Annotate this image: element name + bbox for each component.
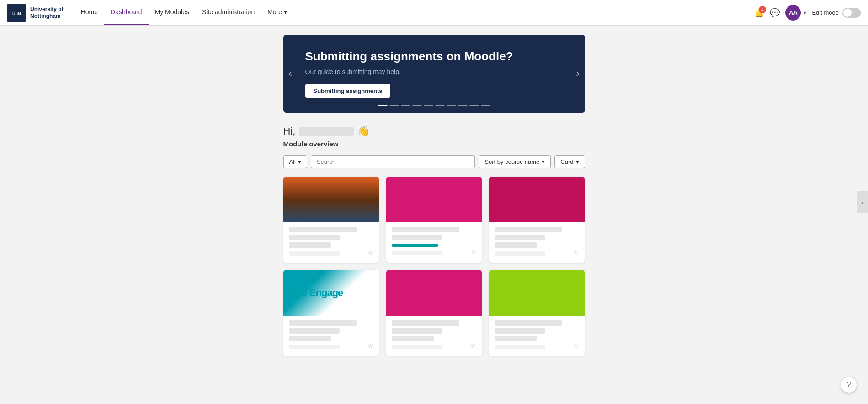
carousel-next-button[interactable]: › — [576, 68, 579, 80]
card-image-5 — [386, 270, 482, 316]
course-card-5[interactable]: ☆ — [386, 270, 482, 356]
card-star-button-2[interactable]: ☆ — [470, 248, 476, 256]
card-body-4: ☆ — [283, 316, 379, 356]
chevron-down-icon: ▾ — [284, 8, 287, 16]
section-title: Module overview — [283, 140, 585, 148]
card-progress-bar-2 — [392, 244, 438, 247]
navbar-right: 🔔 4 💬 AA ▾ Edit mode — [754, 5, 861, 21]
view-button[interactable]: Card ▾ — [554, 155, 585, 168]
sort-button[interactable]: Sort by course name ▾ — [479, 155, 551, 168]
card-title-blur-5a — [392, 320, 459, 326]
card-image-1 — [283, 177, 379, 222]
brand-logo-link[interactable]: UoN University of Nottingham — [7, 4, 64, 22]
edit-mode-toggle-area: Edit mode — [812, 8, 861, 18]
university-logo: UoN — [7, 4, 26, 22]
card-star-button-6[interactable]: ☆ — [573, 342, 579, 350]
greeting-prefix: Hi, — [283, 125, 296, 137]
chevron-down-icon: ▾ — [298, 158, 301, 165]
nav-link-my-modules[interactable]: My Modules — [149, 0, 196, 25]
sidebar-toggle-button[interactable]: ‹ — [857, 191, 868, 213]
carousel-dot-9[interactable] — [469, 105, 479, 106]
cards-grid: ☆ ☆ — [283, 177, 585, 356]
course-card-3[interactable]: ☆ — [489, 177, 585, 263]
card-title-blur-3a — [495, 227, 562, 232]
nav-item-home: Home — [75, 0, 104, 25]
chevron-down-icon: ▾ — [804, 10, 806, 16]
banner-cta-button[interactable]: Submitting assignments — [305, 84, 391, 98]
carousel-dots — [378, 105, 490, 106]
carousel-dot-4[interactable] — [412, 105, 421, 106]
card-star-button-5[interactable]: ☆ — [470, 342, 476, 350]
edit-mode-toggle[interactable] — [842, 8, 861, 18]
nav-link-more[interactable]: More ▾ — [261, 0, 293, 25]
carousel-dot-8[interactable] — [458, 105, 467, 106]
nav-item-more: More ▾ — [261, 0, 293, 25]
card-title-blur-4a — [289, 320, 357, 326]
card-footer-blur-5 — [392, 345, 442, 349]
svg-text:UoN: UoN — [12, 11, 21, 16]
carousel-dot-10[interactable] — [481, 105, 490, 106]
course-card-4[interactable]: S&S Engage ☆ — [283, 270, 379, 356]
card-image-4: S&S Engage — [283, 270, 379, 316]
card-star-button-3[interactable]: ☆ — [573, 249, 579, 256]
card-title-blur-4c — [289, 336, 331, 341]
card-footer-blur-6 — [495, 345, 545, 349]
course-card-1[interactable]: ☆ — [283, 177, 379, 263]
card-footer-blur-3 — [495, 251, 545, 256]
card-title-blur-5c — [392, 336, 434, 341]
greeting-name-blur — [299, 127, 354, 136]
card-title-blur-1a — [289, 227, 357, 232]
messages-button[interactable]: 💬 — [770, 8, 780, 18]
carousel-prev-button[interactable]: ‹ — [289, 68, 292, 80]
card-title-blur-4b — [289, 328, 340, 334]
carousel-dot-6[interactable] — [435, 105, 444, 106]
banner-carousel: ‹ Submitting assignments on Moodle? Our … — [283, 35, 585, 113]
chevron-down-icon: ▾ — [576, 158, 579, 165]
nav-link-dashboard[interactable]: Dashboard — [104, 0, 149, 25]
banner-title: Submitting assignments on Moodle? — [305, 49, 513, 64]
nav-link-site-admin[interactable]: Site administration — [196, 0, 261, 25]
nav-item-dashboard: Dashboard — [104, 0, 149, 25]
card-body-1: ☆ — [283, 222, 379, 263]
card-footer-blur-1 — [289, 251, 340, 256]
main-nav: Home Dashboard My Modules Site administr… — [75, 0, 755, 25]
card-image-3 — [489, 177, 585, 222]
card-body-5: ☆ — [386, 316, 482, 356]
card-title-blur-3c — [495, 242, 537, 248]
nav-link-home[interactable]: Home — [75, 0, 104, 25]
card-image-2 — [386, 177, 482, 222]
banner-subtitle: Our guide to submitting may help. — [305, 68, 513, 75]
card-title-blur-5b — [392, 328, 442, 334]
card-title-blur-2b — [392, 235, 442, 240]
card-body-6: ☆ — [489, 316, 585, 356]
card-title-blur-2a — [392, 227, 459, 232]
card-title-blur-3b — [495, 235, 545, 240]
course-card-2[interactable]: ☆ — [386, 177, 482, 263]
chevron-down-icon: ▾ — [542, 158, 545, 165]
filter-all-button[interactable]: All ▾ — [283, 155, 307, 168]
nav-item-site-admin: Site administration — [196, 0, 261, 25]
filters-row: All ▾ Sort by course name ▾ Card ▾ — [283, 155, 585, 168]
banner-content: Submitting assignments on Moodle? Our gu… — [305, 49, 513, 98]
carousel-dot-2[interactable] — [389, 105, 399, 106]
card-image-6 — [489, 270, 585, 316]
search-input[interactable] — [311, 155, 475, 168]
course-card-6[interactable]: ☆ — [489, 270, 585, 356]
avatar: AA — [785, 5, 801, 21]
nav-item-my-modules: My Modules — [149, 0, 196, 25]
notifications-button[interactable]: 🔔 4 — [754, 8, 764, 18]
card-star-button-4[interactable]: ☆ — [367, 342, 373, 350]
card-title-blur-6a — [495, 320, 562, 326]
help-button[interactable]: ? — [841, 377, 857, 393]
card-title-blur-1b — [289, 235, 340, 240]
user-menu-button[interactable]: AA ▾ — [785, 5, 806, 21]
carousel-dot-3[interactable] — [401, 105, 410, 106]
main-content: ‹ Submitting assignments on Moodle? Our … — [274, 26, 594, 374]
card-star-button-1[interactable]: ☆ — [367, 249, 373, 256]
carousel-dot-5[interactable] — [424, 105, 433, 106]
carousel-dot-1[interactable] — [378, 105, 387, 106]
chevron-left-icon: ‹ — [862, 199, 864, 206]
greeting: Hi, 👋 — [283, 125, 585, 137]
carousel-dot-7[interactable] — [447, 105, 456, 106]
navbar: UoN University of Nottingham Home Dashbo… — [0, 0, 868, 26]
